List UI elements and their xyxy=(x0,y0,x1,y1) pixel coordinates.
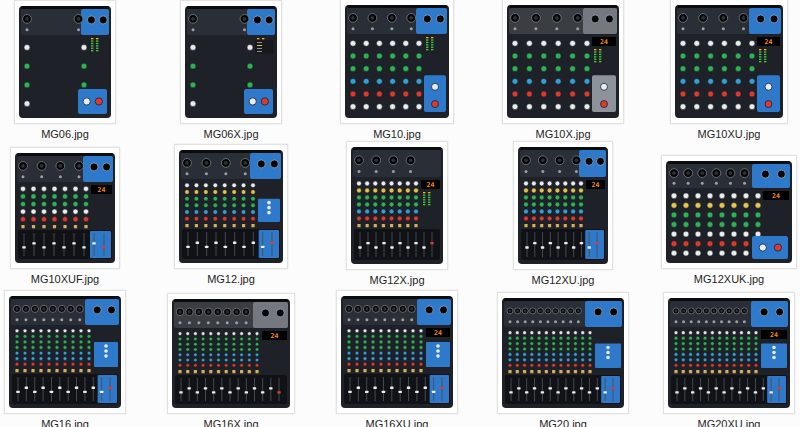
file-name-label: MG10X.jpg xyxy=(535,127,590,141)
mixer-thumbnail-image: 24 xyxy=(507,4,619,119)
file-name-label: MG06.jpg xyxy=(41,127,89,141)
thumbnail-frame: 24 xyxy=(10,147,120,269)
file-item[interactable]: MG16.jpg xyxy=(0,286,148,427)
file-name-label: MG16XU.jpg xyxy=(366,417,429,427)
thumbnail-frame: 24 xyxy=(502,0,624,124)
thumbnail-frame xyxy=(497,292,629,414)
mixer-thumbnail-image xyxy=(19,5,111,119)
mixer-thumbnail-image: 24 xyxy=(675,4,783,119)
thumbnail-frame: 24 xyxy=(663,292,795,414)
file-item[interactable]: 24MG16X.jpg xyxy=(148,286,314,427)
svg-text:24: 24 xyxy=(765,38,773,46)
svg-text:24: 24 xyxy=(427,181,435,189)
thumbnail-frame xyxy=(340,0,454,124)
svg-text:24: 24 xyxy=(600,38,608,46)
thumbnail-frame: 24 xyxy=(513,141,613,270)
thumbnail-frame: 24 xyxy=(336,290,458,414)
thumbnail-frame xyxy=(180,0,282,124)
file-name-label: MG20XU.jpg xyxy=(698,417,761,427)
file-grid: MG06.jpgMG06X.jpgMG10.jpg24MG10X.jpg24MG… xyxy=(0,0,800,427)
svg-text:24: 24 xyxy=(592,181,600,189)
thumbnail-frame xyxy=(174,144,288,269)
file-item[interactable]: 24MG12XUK.jpg xyxy=(646,141,800,286)
file-item[interactable]: MG10.jpg xyxy=(314,0,480,141)
mixer-thumbnail-image: 24 xyxy=(172,298,290,409)
file-item[interactable]: 24MG10XUF.jpg xyxy=(0,141,148,286)
file-name-label: MG10XUF.jpg xyxy=(31,272,99,286)
mixer-thumbnail-image: 24 xyxy=(518,146,608,265)
svg-text:24: 24 xyxy=(434,329,442,337)
thumbnail-frame xyxy=(14,0,116,124)
mixer-thumbnail-image xyxy=(345,4,449,119)
mixer-thumbnail-image xyxy=(185,5,277,119)
svg-text:24: 24 xyxy=(98,186,106,194)
file-item[interactable]: 24MG12XU.jpg xyxy=(480,141,646,286)
mixer-thumbnail-image: 24 xyxy=(341,295,453,409)
svg-text:24: 24 xyxy=(772,192,780,200)
file-name-label: MG20.jpg xyxy=(539,417,587,427)
file-name-label: MG06X.jpg xyxy=(203,127,258,141)
file-item[interactable]: MG06X.jpg xyxy=(148,0,314,141)
mixer-thumbnail-image: 24 xyxy=(15,152,115,264)
file-name-label: MG16.jpg xyxy=(41,417,89,427)
file-name-label: MG12XUK.jpg xyxy=(694,272,764,286)
mixer-thumbnail-image xyxy=(179,149,283,264)
file-name-label: MG10.jpg xyxy=(373,127,421,141)
file-name-label: MG12X.jpg xyxy=(369,273,424,286)
thumbnail-frame: 24 xyxy=(670,0,788,124)
thumbnail-frame: 24 xyxy=(661,155,797,269)
mixer-thumbnail-image xyxy=(502,297,624,409)
file-item[interactable]: MG06.jpg xyxy=(0,0,148,141)
file-item[interactable]: 24MG10X.jpg xyxy=(480,0,646,141)
thumbnail-frame: 24 xyxy=(346,141,448,270)
svg-text:24: 24 xyxy=(770,331,778,339)
file-name-label: MG12XU.jpg xyxy=(532,273,595,286)
svg-text:24: 24 xyxy=(271,332,279,340)
mixer-thumbnail-image xyxy=(9,295,121,409)
file-item[interactable]: 24MG20XU.jpg xyxy=(646,286,800,427)
mixer-thumbnail-image: 24 xyxy=(351,146,443,265)
thumbnail-frame xyxy=(4,290,126,414)
file-name-label: MG10XU.jpg xyxy=(698,127,761,141)
file-item[interactable]: MG12.jpg xyxy=(148,141,314,286)
file-name-label: MG16X.jpg xyxy=(203,417,258,427)
file-item[interactable]: 24MG16XU.jpg xyxy=(314,286,480,427)
file-item[interactable]: MG20.jpg xyxy=(480,286,646,427)
file-name-label: MG12.jpg xyxy=(207,272,255,286)
mixer-thumbnail-image: 24 xyxy=(666,160,792,264)
file-item[interactable]: 24MG10XU.jpg xyxy=(646,0,800,141)
mixer-thumbnail-image: 24 xyxy=(668,297,790,409)
file-item[interactable]: 24MG12X.jpg xyxy=(314,141,480,286)
thumbnail-frame: 24 xyxy=(167,293,295,414)
